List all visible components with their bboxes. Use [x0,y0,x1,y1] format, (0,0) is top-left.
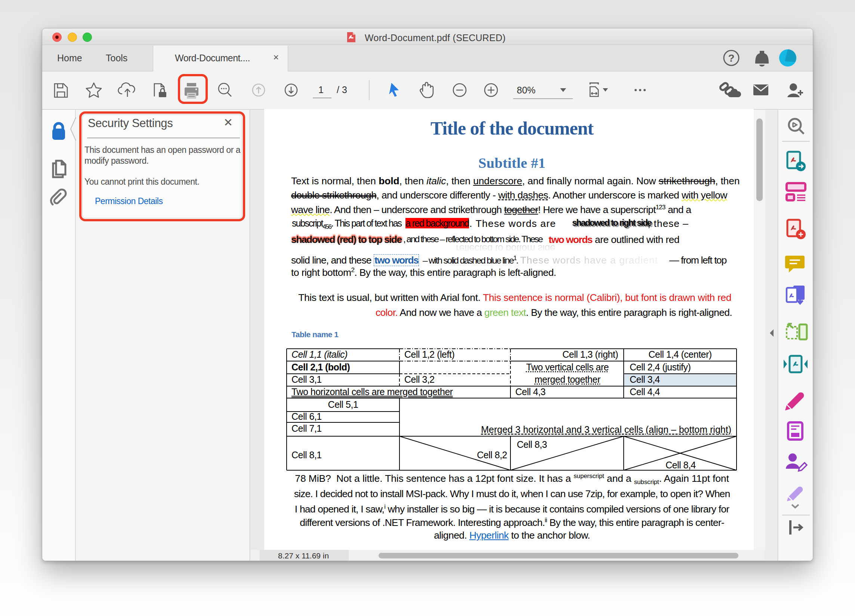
svg-text:80%: 80% [517,85,535,95]
svg-text:/ 3: / 3 [337,84,347,95]
svg-text:1: 1 [319,84,323,95]
svg-text:?: ? [728,52,734,64]
